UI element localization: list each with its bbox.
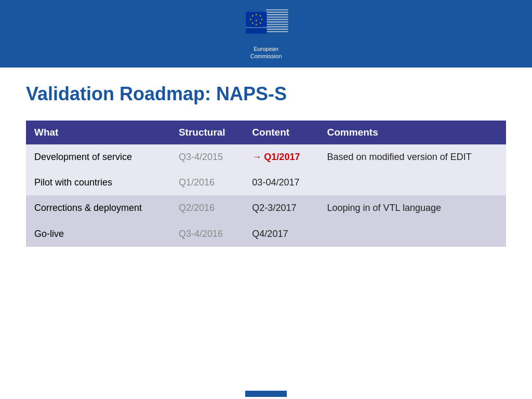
cell-content-4: Q4/2017 [244, 221, 318, 247]
cell-what-2: Pilot with countries [26, 170, 170, 195]
cell-content-1: → Q1/2017 [244, 144, 318, 170]
col-header-what: What [26, 121, 170, 144]
cell-what-4: Go-live [26, 221, 170, 247]
col-header-comments: Comments [319, 121, 506, 144]
table-header-row: What Structural Content Comments [26, 121, 506, 144]
cell-structural-4: Q3-4/2016 [170, 221, 244, 247]
cell-structural-3: Q2/2016 [170, 195, 244, 221]
cell-structural-1: Q3-4/2015 [170, 144, 244, 170]
svg-rect-23 [246, 28, 267, 34]
logo-container: ★ ★ ★ ★ ★ ★ ★ ★ ★ European Commission [243, 8, 289, 60]
content-area: Validation Roadmap: NAPS-S What Structur… [0, 68, 532, 257]
bottom-bar [0, 390, 532, 399]
eu-commission-logo: ★ ★ ★ ★ ★ ★ ★ ★ ★ [243, 8, 289, 44]
cell-content-2: 03-04/2017 [244, 170, 318, 195]
cell-structural-2: Q1/2016 [170, 170, 244, 195]
cell-what-3: Corrections & deployment [26, 195, 170, 221]
bottom-indicator [245, 391, 287, 397]
page-title: Validation Roadmap: NAPS-S [26, 83, 506, 105]
logo-text: European Commission [250, 45, 282, 60]
cell-comments-1: Based on modified version of EDIT [319, 144, 506, 195]
cell-comments-3: Looping in of VTL language [319, 195, 506, 246]
table-row: Corrections & deployment Q2/2016 Q2-3/20… [26, 195, 506, 221]
svg-rect-22 [246, 27, 267, 28]
cell-what-1: Development of service [26, 144, 170, 170]
cell-content-3: Q2-3/2017 [244, 195, 318, 221]
table-row: Development of service Q3-4/2015 → Q1/20… [26, 144, 506, 170]
col-header-structural: Structural [170, 121, 244, 144]
content-arrow-text: → Q1/2017 [252, 152, 300, 162]
col-header-content: Content [244, 121, 318, 144]
roadmap-table: What Structural Content Comments Develop… [26, 121, 506, 247]
header-bar: ★ ★ ★ ★ ★ ★ ★ ★ ★ European Commission [0, 0, 532, 68]
